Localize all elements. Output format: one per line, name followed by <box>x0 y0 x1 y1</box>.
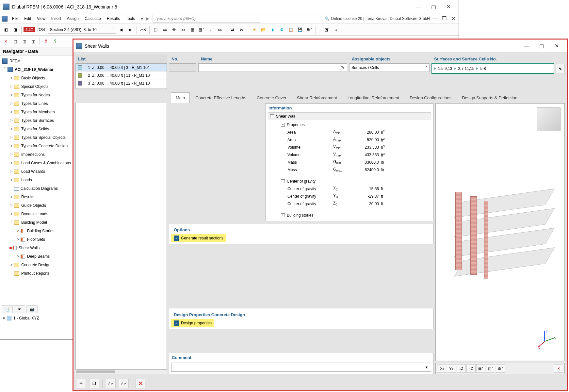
view-x-button[interactable]: -X↕ <box>437 364 446 373</box>
menu-more[interactable]: » <box>138 15 146 22</box>
name-field[interactable]: ✎ <box>198 63 347 72</box>
menu-view[interactable]: View <box>34 15 48 22</box>
delete-button[interactable]: ✕ <box>136 379 145 388</box>
copy-button[interactable]: ❐ <box>89 379 99 388</box>
check2-button[interactable]: ✓✓ <box>119 379 129 388</box>
dialog-minimize-button[interactable]: — <box>519 41 534 51</box>
view-y-button[interactable]: Y↕ <box>447 364 456 373</box>
tb-icon[interactable]: xx <box>179 25 187 34</box>
tb-icon[interactable]: ⋈ <box>237 25 246 34</box>
surf-field[interactable]: 1,5,9,13 3,7,11,15 5-8 <box>431 63 554 74</box>
menu-results[interactable]: Results <box>104 15 122 22</box>
design-properties-checkbox[interactable]: ✓ Design properties <box>171 319 214 327</box>
comment-edit-icon[interactable]: ▾ <box>422 363 431 371</box>
cube-icon[interactable]: ◫ <box>11 37 19 46</box>
tb-icon[interactable]: ↓ <box>206 25 215 34</box>
maximize-button[interactable]: ▢ <box>426 2 441 12</box>
tb-icon[interactable]: 👁 <box>170 25 178 34</box>
list-row[interactable]: 2Z: 0.00 ... 40.00 ft | 11 - R_M1 10 <box>76 72 167 79</box>
menu-file[interactable]: File <box>9 15 21 22</box>
list-row[interactable]: 1Z: 0.00 ... 40.00 ft | 3 - R_M1 10/ <box>76 64 167 72</box>
tb-icon[interactable]: ⚙ <box>278 25 286 34</box>
expand-icon[interactable]: + <box>281 213 285 217</box>
collapse-icon[interactable]: − <box>281 179 285 183</box>
main-toolbar: ◧ ◨ 2.4E DS4 Section 2.4 (ASD), 8. to 10… <box>0 24 459 36</box>
view-print-button[interactable]: 🖶˅ <box>496 364 505 373</box>
menu-edit[interactable]: Edit <box>22 15 34 22</box>
tb-icon[interactable]: ⇄ <box>228 25 237 34</box>
close-button[interactable]: ✕ <box>441 2 456 12</box>
view-cube[interactable] <box>537 107 561 131</box>
collapse-icon[interactable]: − <box>281 123 285 127</box>
tab-supports[interactable]: Design Supports & Deflection <box>457 92 522 103</box>
doc-minimize-button[interactable]: — <box>431 13 439 24</box>
keyword-search[interactable]: Type a keyword (Alt+Q) <box>153 15 260 23</box>
menu-assign[interactable]: Assign <box>64 15 81 22</box>
menu-calculate[interactable]: Calculate <box>82 15 104 22</box>
generate-result-sections-checkbox[interactable]: ✓ Generate result sections <box>171 234 226 242</box>
tb-icon[interactable]: 📋 <box>287 25 295 34</box>
section-combo[interactable]: Section 2.4 (ASD), 8. to 10.˅ <box>48 26 116 34</box>
axis-y-icon[interactable]: Ŷ <box>51 37 59 46</box>
tab-eff-lengths[interactable]: Concrete Effective Lengths <box>190 92 251 103</box>
menu-tools[interactable]: Tools <box>123 15 138 22</box>
nav-camera-icon[interactable]: 📷 <box>26 305 38 313</box>
minimize-button[interactable]: — <box>411 2 426 12</box>
cube-icon[interactable]: ◫ <box>29 37 38 46</box>
menu-insert[interactable]: Insert <box>49 15 64 22</box>
search-placeholder: Type a keyword (Alt+Q) <box>155 16 196 21</box>
tb-icon[interactable]: 📂 <box>259 25 268 34</box>
tb-icon[interactable]: ⬚ <box>152 25 160 34</box>
doc-restore-button[interactable]: ❐ <box>440 13 448 24</box>
axis-x-icon[interactable]: X̂ <box>42 37 50 46</box>
tab-shear-reinf[interactable]: Shear Reinforcement <box>292 92 342 103</box>
check-button[interactable]: ✓✓ <box>106 379 116 388</box>
tb-icon[interactable]: ◨ <box>11 25 19 34</box>
tab-main[interactable]: Main <box>171 92 190 103</box>
prev-button[interactable]: ◀ <box>117 25 125 34</box>
new-button[interactable]: ✳ <box>76 379 86 388</box>
list-row[interactable]: 3Z: 0.00 ... 40.00 ft | 12 - R_M1 10 <box>76 79 167 87</box>
doc-close-button[interactable]: ✕ <box>449 13 457 24</box>
view-btn[interactable]: ▦˅ <box>476 364 485 373</box>
nav-tab-icon[interactable]: 📑 <box>2 305 13 313</box>
app-title: Dlubal RFEM | 6.08.0006 | ACI_318-19_Web… <box>12 4 411 9</box>
tb-icon[interactable]: ◗ <box>268 25 277 34</box>
tb-more[interactable]: » <box>332 25 341 34</box>
center-column: Information − Shear Wall −Properties Are… <box>169 103 433 374</box>
tb-icon[interactable]: ▦ <box>188 25 197 34</box>
cube-icon[interactable]: ◫ <box>20 37 28 46</box>
dialog-maximize-button[interactable]: ▢ <box>534 41 549 51</box>
edit-name-icon[interactable]: ✎ <box>338 64 347 72</box>
tb-icon[interactable]: ⬔˅ <box>323 25 332 34</box>
collapse-icon[interactable]: − <box>270 114 274 118</box>
dialog-close-button[interactable]: ✕ <box>549 41 564 51</box>
view-z-button[interactable]: ↕Z <box>457 364 466 373</box>
viewport-3d[interactable]: Z Y X <box>435 103 565 361</box>
view-reset-button[interactable]: ✕ <box>554 364 563 373</box>
comment-field[interactable]: ▾ <box>171 363 431 372</box>
list-fill[interactable] <box>75 103 167 369</box>
pick-surface-button[interactable]: ⬉ <box>556 64 565 73</box>
no-field[interactable] <box>169 63 196 72</box>
next-button[interactable]: ▶ <box>126 25 135 34</box>
tb-icon[interactable]: ◧ <box>2 25 10 34</box>
badge-24e[interactable]: 2.4E <box>24 27 35 32</box>
tab-design-config[interactable]: Design Configurations <box>405 92 456 103</box>
save-icon[interactable]: 💾 <box>296 25 304 34</box>
view-iso-button[interactable]: ↕Z <box>466 364 476 373</box>
tab-long-reinf[interactable]: Longitudinal Reinforcement <box>343 92 404 103</box>
tb-icon[interactable]: ☀ <box>250 25 259 34</box>
list-h-scrollbar[interactable] <box>75 369 167 374</box>
view-btn[interactable]: ◫˅ <box>486 364 495 373</box>
print-icon[interactable]: 🖶˅ <box>305 25 314 34</box>
tb-icon[interactable]: ▦˅ <box>197 25 206 34</box>
tb-icon[interactable]: xx <box>216 25 224 34</box>
shear-wall-header[interactable]: − Shear Wall <box>268 112 431 120</box>
tab-cover[interactable]: Concrete Cover <box>252 92 291 103</box>
assign-combo[interactable]: Surfaces / Cells˅ <box>349 63 430 72</box>
nav-eye-icon[interactable]: 👁 <box>14 305 25 313</box>
tb-icon[interactable]: xx <box>161 25 169 34</box>
tb-icon[interactable]: ↗✕ <box>139 25 147 34</box>
tb-icon[interactable]: ✕ <box>2 37 10 46</box>
